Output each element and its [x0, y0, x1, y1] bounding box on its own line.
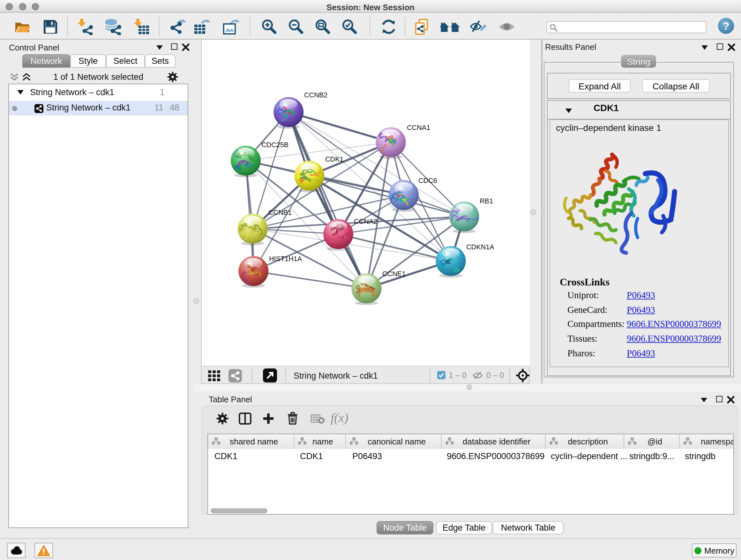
svg-text:CCNB2: CCNB2	[304, 91, 327, 99]
svg-text:CCNA1: CCNA1	[407, 124, 430, 132]
svg-text:HIST1H1A: HIST1H1A	[269, 255, 302, 263]
svg-text:CDC25B: CDC25B	[261, 141, 288, 149]
svg-text:CCNB1: CCNB1	[268, 208, 292, 216]
svg-text:CDC6: CDC6	[418, 177, 437, 185]
svg-text:?: ?	[723, 20, 730, 32]
svg-text:RB1: RB1	[480, 197, 493, 205]
svg-text:CCNA2: CCNA2	[354, 217, 377, 226]
svg-text:CDKN1A: CDKN1A	[466, 243, 494, 251]
svg-text:CCNE1: CCNE1	[382, 270, 406, 278]
svg-text:CDK1: CDK1	[325, 155, 344, 163]
